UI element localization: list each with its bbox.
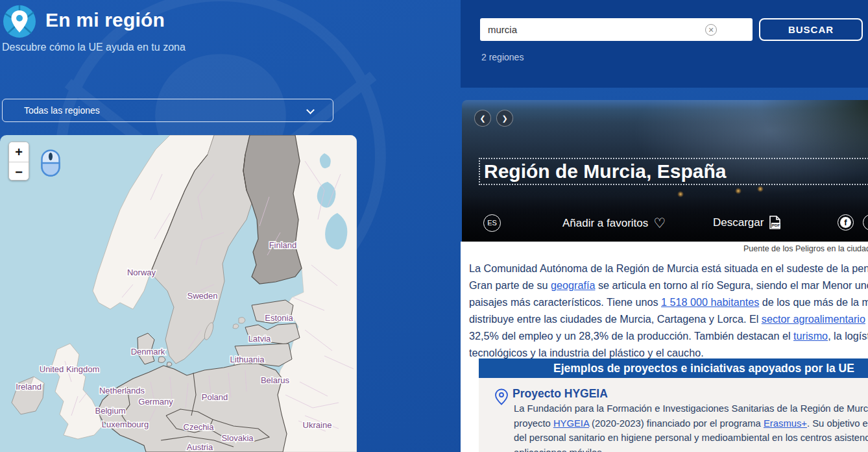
app-logo-pin-icon [3,5,36,38]
zoom-out-button[interactable]: − [9,162,29,181]
map-label-poland: Poland [202,392,228,402]
mouse-hint-icon [41,149,60,177]
results-count: 2 regiones [481,52,524,62]
hero-title-box: Región de Murcia, España [479,158,868,185]
europe-map[interactable]: NorwaySwedenFinlandEstoniaLatviaLithuani… [0,135,357,452]
map-label-finland: Finland [269,240,297,250]
map-label-austria: Austria [187,442,213,452]
projects-banner-title: Ejemplos de proyectos e iniciativas apoy… [553,358,854,378]
map-label-germany: Germany [138,397,173,407]
map-label-united-kingdom: United Kingdom [40,364,100,374]
street-light [757,186,764,192]
map-label-netherlands: Netherlands [99,386,145,396]
map-label-estonia: Estonia [265,313,293,323]
region-dropdown-value: Todas las regiones [24,105,100,116]
map-region-central-europe[interactable] [97,364,287,452]
inline-link[interactable]: geografía [551,279,595,291]
street-light [677,191,684,197]
map-label-czechia: Czechia [184,422,215,432]
page-title: En mi región [45,9,165,31]
chevron-down-icon [306,106,315,114]
carousel-prev-button[interactable]: ❮ [474,110,491,127]
x-share-button[interactable]: ✕ [863,214,868,231]
region-dropdown[interactable]: Todas las regiones [2,99,333,122]
heart-icon: ♡ [653,216,666,231]
download-button[interactable]: Descargar PDF [713,216,781,229]
language-badge[interactable]: ES [483,214,501,232]
hero-image-caption: Puente de los Peligros en la ciudad de M… [743,244,868,253]
region-hero: ❮ ❯ Región de Murcia, España ES Añadir a… [462,100,868,242]
map-region-finland[interactable] [243,135,302,284]
search-button[interactable]: BUSCAR [759,18,863,41]
pdf-icon: PDF [769,216,781,229]
clear-search-icon[interactable]: ✕ [705,24,717,36]
hero-action-bar: ES Añadir a favoritos♡ Descargar PDF f ✕ [462,213,868,232]
facebook-icon: f [840,217,851,228]
map-label-slovakia: Slovakia [221,433,254,443]
carousel-next-button[interactable]: ❯ [496,110,513,127]
project-panel: Proyecto HYGEIA La Fundación para la For… [479,378,868,452]
page-subtitle: Descubre cómo la UE ayuda en tu zona [2,42,186,53]
inline-link[interactable]: Erasmus+ [764,418,807,429]
europe-map-container: NorwaySwedenFinlandEstoniaLatviaLithuani… [0,135,357,452]
map-label-latvia: Latvia [248,334,271,344]
map-label-ireland: Ireland [16,382,42,392]
zoom-in-button[interactable]: + [9,142,29,162]
map-label-luxembourg: Luxembourg [102,420,149,429]
map-label-belarus: Belarus [261,375,290,385]
add-to-favorites-button[interactable]: Añadir a favoritos♡ [562,216,666,231]
inline-link[interactable]: turismo [793,330,828,342]
project-title: Proyecto HYGEIA [512,387,608,401]
search-panel: ✕ BUSCAR 2 regiones [461,0,868,88]
map-label-sweden: Sweden [187,291,218,301]
region-description: La Comunidad Autónoma de la Región de Mu… [469,260,868,361]
map-label-lithuania: Lithuania [230,355,265,364]
svg-text:PDF: PDF [772,223,780,227]
facebook-share-button[interactable]: f [838,214,854,231]
map-zoom-control: + − [8,142,29,181]
map-label-ukraine: Ukraine [303,420,332,430]
street-light [735,188,741,194]
map-region-united-kingdom[interactable] [52,344,102,439]
inline-link[interactable]: sector agroalimentario [762,313,865,325]
inline-link[interactable]: 1 518 000 habitantes [661,296,759,308]
project-description: La Fundación para la Formación e Investi… [514,401,868,452]
map-label-norway: Norway [127,268,156,277]
location-pin-icon [494,388,509,405]
region-title: Región de Murcia, España [484,160,726,182]
inline-link[interactable]: HYGEIA [553,418,589,429]
map-label-belgium: Belgium [95,406,126,416]
map-label-denmark: Denmark [131,347,165,357]
projects-banner: Ejemplos de proyectos e iniciativas apoy… [479,358,868,378]
